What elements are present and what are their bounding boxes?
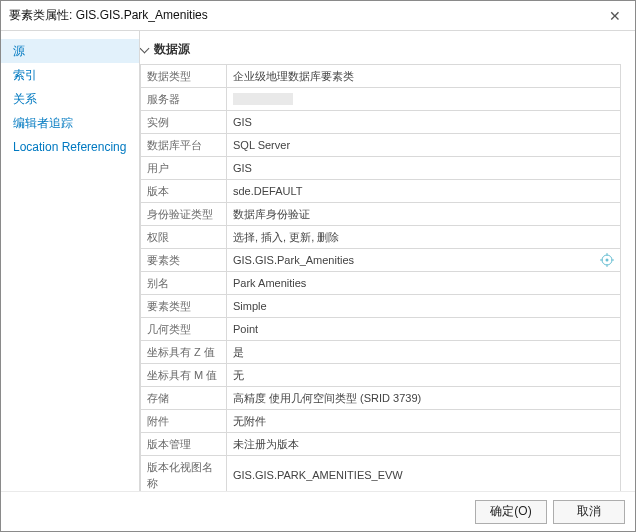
property-row: 坐标具有 Z 值是 <box>141 341 620 364</box>
property-row: 权限选择, 插入, 更新, 删除 <box>141 226 620 249</box>
property-key: 别名 <box>141 272 227 294</box>
property-value-text: Park Amenities <box>233 275 306 291</box>
property-row: 身份验证类型数据库身份验证 <box>141 203 620 226</box>
property-value-text: 选择, 插入, 更新, 删除 <box>233 229 339 245</box>
property-key: 几何类型 <box>141 318 227 340</box>
property-value: GIS.GIS.PARK_AMENITIES_EVW <box>227 456 620 491</box>
property-row: 坐标具有 M 值无 <box>141 364 620 387</box>
section-title: 数据源 <box>154 41 190 58</box>
property-value: Park Amenities <box>227 272 620 294</box>
property-key: 坐标具有 Z 值 <box>141 341 227 363</box>
property-value: GIS <box>227 111 620 133</box>
section-header[interactable]: 数据源 <box>140 39 621 64</box>
property-row: 实例GIS <box>141 111 620 134</box>
property-key: 服务器 <box>141 88 227 110</box>
property-value: Point <box>227 318 620 340</box>
property-key: 实例 <box>141 111 227 133</box>
dialog-footer: 确定(O) 取消 <box>1 491 635 531</box>
property-key: 版本 <box>141 180 227 202</box>
masked-value <box>233 93 293 105</box>
sidebar-item[interactable]: 关系 <box>1 87 139 111</box>
property-table: 数据类型企业级地理数据库要素类服务器实例GIS数据库平台SQL Server用户… <box>140 64 621 491</box>
property-value: 选择, 插入, 更新, 删除 <box>227 226 620 248</box>
dialog-body: 源索引关系编辑者追踪Location Referencing 数据源 数据类型企… <box>1 31 635 491</box>
sidebar-item[interactable]: 源 <box>1 39 139 63</box>
property-key: 存储 <box>141 387 227 409</box>
property-key: 用户 <box>141 157 227 179</box>
property-row: 版本化视图名称GIS.GIS.PARK_AMENITIES_EVW <box>141 456 620 491</box>
property-key: 要素类 <box>141 249 227 271</box>
property-row: 数据类型企业级地理数据库要素类 <box>141 65 620 88</box>
ok-button[interactable]: 确定(O) <box>475 500 547 524</box>
property-value-text: GIS.GIS.Park_Amenities <box>233 252 354 268</box>
property-key: 权限 <box>141 226 227 248</box>
property-value-text: 是 <box>233 344 244 360</box>
dialog-window: 要素类属性: GIS.GIS.Park_Amenities ✕ 源索引关系编辑者… <box>0 0 636 532</box>
property-row: 别名Park Amenities <box>141 272 620 295</box>
property-value-text: GIS.GIS.PARK_AMENITIES_EVW <box>233 467 403 483</box>
target-icon[interactable] <box>600 253 614 267</box>
property-value-text: GIS <box>233 114 252 130</box>
property-value-text: 无附件 <box>233 413 266 429</box>
window-title: 要素类属性: GIS.GIS.Park_Amenities <box>9 7 595 24</box>
property-value-text: GIS <box>233 160 252 176</box>
property-value-text: 无 <box>233 367 244 383</box>
property-value: 高精度 使用几何空间类型 (SRID 3739) <box>227 387 620 409</box>
cancel-button[interactable]: 取消 <box>553 500 625 524</box>
sidebar-item[interactable]: 索引 <box>1 63 139 87</box>
property-value: GIS <box>227 157 620 179</box>
property-value-text: Point <box>233 321 258 337</box>
property-value-text: 数据库身份验证 <box>233 206 310 222</box>
property-value: SQL Server <box>227 134 620 156</box>
property-value-text: 企业级地理数据库要素类 <box>233 68 354 84</box>
close-button[interactable]: ✕ <box>595 1 635 30</box>
property-row: 几何类型Point <box>141 318 620 341</box>
property-value: 无 <box>227 364 620 386</box>
property-value-text: Simple <box>233 298 267 314</box>
property-row: 服务器 <box>141 88 620 111</box>
sidebar-item[interactable]: 编辑者追踪 <box>1 111 139 135</box>
property-row: 版本管理未注册为版本 <box>141 433 620 456</box>
sidebar: 源索引关系编辑者追踪Location Referencing <box>1 31 139 491</box>
property-key: 版本化视图名称 <box>141 456 227 491</box>
property-value: 是 <box>227 341 620 363</box>
property-row: 要素类GIS.GIS.Park_Amenities <box>141 249 620 272</box>
property-value-text: 高精度 使用几何空间类型 (SRID 3739) <box>233 390 421 406</box>
property-key: 数据库平台 <box>141 134 227 156</box>
property-row: 附件无附件 <box>141 410 620 433</box>
chevron-down-icon <box>140 45 150 55</box>
property-key: 坐标具有 M 值 <box>141 364 227 386</box>
property-value <box>227 88 620 110</box>
svg-point-1 <box>606 259 609 262</box>
titlebar: 要素类属性: GIS.GIS.Park_Amenities ✕ <box>1 1 635 31</box>
property-row: 存储高精度 使用几何空间类型 (SRID 3739) <box>141 387 620 410</box>
property-row: 用户GIS <box>141 157 620 180</box>
property-key: 要素类型 <box>141 295 227 317</box>
sidebar-item[interactable]: Location Referencing <box>1 135 139 159</box>
property-row: 版本sde.DEFAULT <box>141 180 620 203</box>
property-value-text: sde.DEFAULT <box>233 183 303 199</box>
property-value: 未注册为版本 <box>227 433 620 455</box>
property-key: 附件 <box>141 410 227 432</box>
property-value: GIS.GIS.Park_Amenities <box>227 249 620 271</box>
property-value: Simple <box>227 295 620 317</box>
property-value: 数据库身份验证 <box>227 203 620 225</box>
property-row: 数据库平台SQL Server <box>141 134 620 157</box>
property-value-text: 未注册为版本 <box>233 436 299 452</box>
property-value-text: SQL Server <box>233 137 290 153</box>
property-key: 身份验证类型 <box>141 203 227 225</box>
property-row: 要素类型Simple <box>141 295 620 318</box>
content-pane: 数据源 数据类型企业级地理数据库要素类服务器实例GIS数据库平台SQL Serv… <box>140 31 635 491</box>
property-key: 数据类型 <box>141 65 227 87</box>
property-key: 版本管理 <box>141 433 227 455</box>
property-value: 无附件 <box>227 410 620 432</box>
property-value: sde.DEFAULT <box>227 180 620 202</box>
property-value: 企业级地理数据库要素类 <box>227 65 620 87</box>
